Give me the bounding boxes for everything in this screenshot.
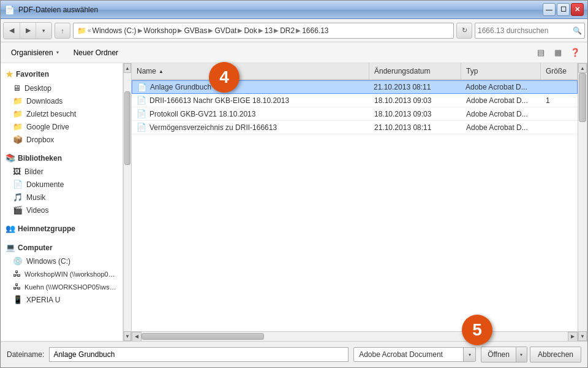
bottom-bar: Dateiname: Adobe Acrobat Document ▾ Öffn… [1,341,587,367]
libraries-header[interactable]: 📚 Bibliotheken [1,151,123,165]
breadcrumb-sep-6: ▶ [274,27,279,34]
file-name-label-2: Protokoll GKB-GV21 18.10.2013 [149,110,255,118]
breadcrumb-item-4[interactable]: Dok [244,26,257,35]
network-header[interactable]: 👥 Heimnetzgruppe [1,221,123,236]
refresh-button[interactable]: ↻ [456,23,472,39]
organize-button[interactable]: Organisieren ▾ [6,46,64,59]
breadcrumb-item-6[interactable]: DR2 [280,26,295,35]
sidebar-scroll-track[interactable] [124,73,131,331]
col-date-label: Änderungsdatum [374,67,430,75]
breadcrumb-item-5[interactable]: 13 [265,26,273,35]
file-name-1: 📄 DRII-166613 Nachr GKB-EIGE 18.10.2013 [132,96,369,105]
forward-button[interactable]: ▶ [20,23,36,39]
pdf-icon-0: 📄 [137,83,147,92]
title-buttons: — ☐ ✕ [543,3,584,16]
sidebar-scroll-thumb[interactable] [124,91,130,165]
sidebar-item-recent[interactable]: 📁 Zuletzt besucht [1,107,123,120]
file-list-scrollbar[interactable]: ▲ ▼ [578,63,587,341]
up-button[interactable]: ↑ [55,23,70,39]
search-icon: 🔍 [573,26,582,35]
sidebar-item-videos[interactable]: 🎬 Videos [1,204,123,217]
maximize-button[interactable]: ☐ [557,3,570,16]
col-size-label: Größe [546,67,567,75]
filename-input[interactable] [49,347,349,362]
breadcrumb-item-3[interactable]: GVDat [214,26,236,35]
file-scroll-down[interactable]: ▼ [578,331,587,341]
new-folder-label: Neuer Ordner [74,48,118,57]
libraries-icon: 📚 [6,153,15,163]
sidebar-item-desktop[interactable]: 🖥 Desktop [1,82,123,94]
col-header-date[interactable]: Änderungsdatum [369,63,461,79]
sort-arrow-icon: ▲ [159,69,164,74]
search-box[interactable]: 🔍 [475,23,585,39]
filetype-dropdown-arrow[interactable]: ▾ [463,348,475,361]
breadcrumb-item-7[interactable]: 1666.13 [302,26,328,35]
sidebar-scroll-down[interactable]: ▼ [124,331,131,341]
file-row-2[interactable]: 📄 Protokoll GKB-GV21 18.10.2013 18.10.20… [132,107,578,121]
sidebar-item-xperia[interactable]: 📱 XPERIA U [1,293,123,306]
file-list-header: Name ▲ Änderungsdatum Typ Größe [132,63,578,80]
computer-header[interactable]: 💻 Computer [1,240,123,255]
breadcrumb-sep-3: ▶ [208,27,213,34]
minimize-button[interactable]: — [543,3,556,16]
view-button-details[interactable]: ▤ [533,45,548,60]
h-scroll-left[interactable]: ◀ [132,332,141,342]
organize-label: Organisieren [11,48,53,57]
google-drive-icon: 📁 [13,122,23,131]
sidebar-item-google-drive[interactable]: 📁 Google Drive [1,120,123,133]
file-row-0[interactable]: 📄 Anlage Grundbuch 21.10.2013 08:11 Adob… [132,80,578,94]
cancel-button[interactable]: Abbrechen [530,347,581,362]
file-date-2: 18.10.2013 09:03 [369,110,461,118]
h-scroll-track[interactable] [141,332,568,341]
h-scrollbar[interactable]: ◀ ▶ [132,331,578,341]
dropdown-arrow-button[interactable]: ▾ [36,23,51,39]
filetype-dropdown[interactable]: Adobe Acrobat Document ▾ [353,347,476,362]
file-scroll-up[interactable]: ▲ [578,63,587,73]
help-button[interactable]: ❓ [568,45,582,60]
close-button[interactable]: ✕ [571,3,584,16]
breadcrumb-item-2[interactable]: GVBas [184,26,207,35]
favorites-header[interactable]: ★ Favoriten [1,67,123,82]
open-button[interactable]: Öffnen ▾ [481,347,527,362]
sidebar-item-google-drive-label: Google Drive [26,123,69,131]
search-input[interactable] [478,26,571,35]
dropbox-icon: 📦 [13,135,23,144]
col-header-size[interactable]: Größe [541,63,578,79]
musik-icon: 🎵 [13,193,23,202]
main-window: 📄 PDF-Dateien auswählen — ☐ ✕ ◀ ▶ ▾ ↑ 📁 … [0,0,588,368]
network-section: 👥 Heimnetzgruppe [1,221,123,236]
sidebar-item-c-drive-label: Windows (C:) [26,257,70,266]
back-button[interactable]: ◀ [4,23,20,39]
sidebar-scrollbar[interactable]: ▲ ▼ [123,63,132,341]
file-name-3: 📄 Vermögensverzeichnis zu DRII-166613 [132,123,369,132]
col-header-type[interactable]: Typ [461,63,541,79]
file-scroll-thumb[interactable] [579,73,586,122]
sidebar-item-dropbox[interactable]: 📦 Dropbox [1,133,123,146]
toolbar: Organisieren ▾ Neuer Ordner ▤ ▦ ❓ [1,42,587,63]
sidebar-item-musik[interactable]: 🎵 Musik [1,191,123,204]
breadcrumb[interactable]: 📁 « Windows (C:) ▶ Workshop ▶ GVBas ▶ GV… [73,23,454,39]
sidebar-item-downloads[interactable]: 📁 Downloads [1,94,123,107]
h-scroll-right[interactable]: ▶ [568,332,578,342]
sidebar-item-dokumente[interactable]: 📄 Dokumente [1,178,123,191]
view-button-tiles[interactable]: ▦ [551,45,565,60]
file-scroll-track[interactable] [578,73,587,331]
breadcrumb-item-1[interactable]: Workshop [144,26,177,35]
breadcrumb-item-0[interactable]: Windows (C:) [92,26,137,35]
videos-icon: 🎬 [13,205,23,215]
file-row-1[interactable]: 📄 DRII-166613 Nachr GKB-EIGE 18.10.2013 … [132,94,578,107]
sidebar-item-bilder[interactable]: 🖼 Bilder [1,165,123,178]
sidebar-scroll-up[interactable]: ▲ [124,63,131,73]
breadcrumb-folder-icon: 📁 [77,26,86,35]
open-dropdown-arrow[interactable]: ▾ [516,347,527,362]
file-row-3[interactable]: 📄 Vermögensverzeichnis zu DRII-166613 21… [132,121,578,134]
col-header-name[interactable]: Name ▲ [132,63,369,79]
breadcrumb-sep-2: ▶ [178,27,183,34]
open-button-label: Öffnen [481,350,516,359]
h-scroll-thumb[interactable] [141,333,264,340]
sidebar-item-musik-label: Musik [26,193,45,202]
sidebar-item-c-drive[interactable]: 💿 Windows (C:) [1,255,123,267]
new-folder-button[interactable]: Neuer Ordner [68,46,124,59]
sidebar-item-n-drive[interactable]: 🖧 WorkshopWIN (\\workshop05\ws_allgemein… [1,267,123,280]
sidebar-item-o-drive[interactable]: 🖧 Kuehn (\\WORKSHOP05\ws_user) (O:) [1,280,123,293]
